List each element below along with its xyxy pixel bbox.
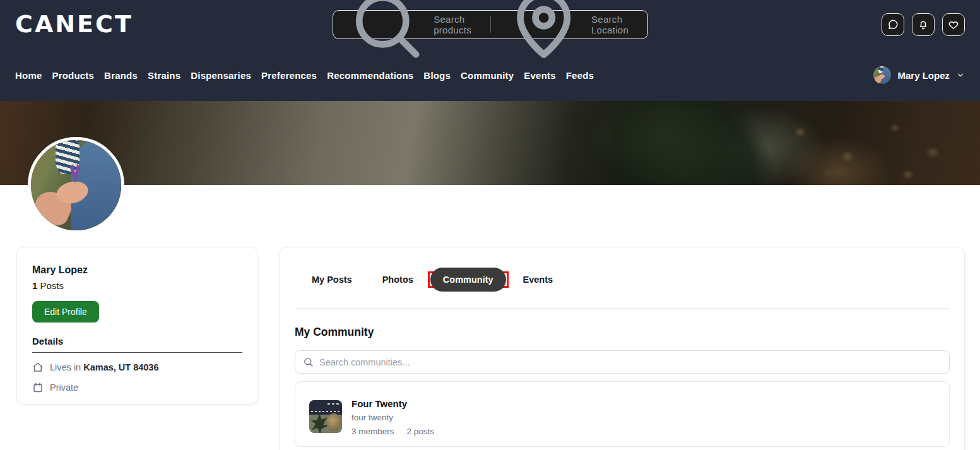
header: CANECT Search products Search Location — [0, 0, 980, 101]
profile-posts: 1 Posts — [32, 280, 242, 291]
tabs-divider — [295, 308, 950, 309]
calendar-icon — [32, 382, 44, 393]
nav-item-home[interactable]: Home — [15, 68, 42, 83]
community-subtitle: four twenty — [351, 413, 434, 422]
annotation-highlight-box: Community — [428, 271, 509, 288]
lives-in-text: Lives in Kamas, UT 84036 — [50, 362, 159, 372]
privacy-value: Private — [50, 382, 78, 393]
nav-item-events[interactable]: Events — [524, 68, 555, 83]
main-nav: Home Products Brands Strains Dispensarie… — [15, 49, 594, 101]
nav-item-strains[interactable]: Strains — [148, 68, 180, 83]
header-search-bar: Search products Search Location — [333, 10, 648, 39]
location-value: Kamas, UT 84036 — [83, 362, 158, 372]
avatar-photo — [873, 66, 891, 84]
nav-item-products[interactable]: Products — [52, 68, 94, 83]
details-heading: Details — [32, 336, 242, 353]
user-name: Mary Lopez — [897, 70, 950, 81]
profile-avatar[interactable] — [28, 137, 124, 234]
tab-photos[interactable]: Photos — [382, 275, 413, 285]
community-members-count: 3 members — [351, 427, 394, 436]
search-icon — [303, 357, 314, 367]
banner-leaf-shape — [565, 101, 802, 185]
community-search-box[interactable] — [295, 350, 950, 374]
chat-bubble-icon — [887, 19, 899, 30]
profile-summary-card: Mary Lopez 1 Posts Edit Profile Details … — [16, 247, 258, 405]
nav-item-feeds[interactable]: Feeds — [566, 68, 594, 83]
lives-in-row: Lives in Kamas, UT 84036 — [32, 362, 242, 373]
community-search-input[interactable] — [319, 357, 942, 367]
nav-item-recommendations[interactable]: Recommendations — [327, 68, 413, 83]
messages-button[interactable] — [882, 13, 904, 36]
bell-icon — [918, 19, 929, 30]
heart-icon — [948, 19, 959, 30]
header-actions — [882, 13, 965, 36]
community-thumbnail — [309, 400, 342, 433]
profile-content-card: My Posts Photos Community Events My Comm… — [280, 247, 965, 450]
search-location-placeholder: Search Location — [591, 14, 635, 35]
community-posts-count: 2 posts — [407, 427, 435, 436]
community-meta: 3 members 2 posts — [351, 427, 434, 436]
banner-bud-texture — [772, 107, 961, 185]
search-products-field[interactable]: Search products — [333, 11, 490, 38]
user-avatar — [873, 66, 891, 84]
posts-count: 1 — [32, 280, 37, 291]
nav-item-brands[interactable]: Brands — [104, 68, 138, 83]
search-products-placeholder: Search products — [434, 14, 477, 35]
privacy-row: Private — [32, 382, 242, 393]
posts-label: Posts — [40, 280, 64, 291]
nav-item-dispensaries[interactable]: Dispensaries — [191, 68, 251, 83]
tab-my-posts[interactable]: My Posts — [312, 275, 352, 285]
tab-events[interactable]: Events — [523, 275, 553, 285]
notifications-button[interactable] — [912, 13, 935, 36]
profile-name: Mary Lopez — [32, 264, 242, 276]
chevron-down-icon — [956, 71, 965, 80]
nav-item-community[interactable]: Community — [461, 68, 514, 83]
tab-community[interactable]: Community — [430, 268, 506, 292]
nav-item-preferences[interactable]: Preferences — [261, 68, 317, 83]
user-menu[interactable]: Mary Lopez — [873, 49, 965, 101]
app-root: CANECT Search products Search Location — [0, 0, 980, 450]
brand-logo[interactable]: CANECT — [15, 9, 133, 39]
favorites-button[interactable] — [942, 13, 965, 36]
profile-tabs: My Posts Photos Community Events — [280, 247, 964, 294]
section-title: My Community — [295, 326, 964, 339]
profile-avatar-photo — [31, 140, 121, 230]
community-item-info: Four Twenty four twenty 3 members 2 post… — [351, 398, 434, 436]
search-location-field[interactable]: Search Location — [491, 11, 648, 38]
community-list-item[interactable]: Four Twenty four twenty 3 members 2 post… — [295, 381, 950, 447]
cover-photo — [0, 101, 980, 185]
community-name: Four Twenty — [351, 398, 434, 409]
edit-profile-button[interactable]: Edit Profile — [32, 301, 99, 323]
nav-item-blogs[interactable]: Blogs — [423, 68, 451, 83]
home-icon — [32, 362, 44, 373]
